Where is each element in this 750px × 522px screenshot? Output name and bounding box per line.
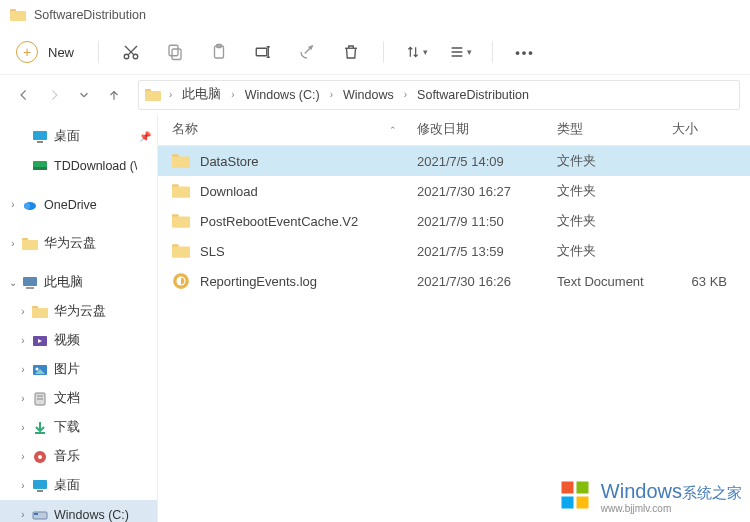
tree-item-documents[interactable]: › 文档 (0, 384, 157, 413)
tree-label: 下载 (54, 419, 80, 436)
up-button[interactable] (100, 81, 128, 109)
file-name: Download (200, 184, 417, 199)
folder-icon (172, 242, 190, 260)
tree-label: 桌面 (54, 477, 80, 494)
share-button[interactable] (289, 34, 325, 70)
expander-icon[interactable]: ⌄ (6, 276, 20, 290)
videos-icon (32, 333, 48, 349)
file-date: 2021/7/30 16:27 (417, 184, 557, 199)
svg-rect-44 (172, 247, 190, 258)
file-type: Text Document (557, 274, 672, 289)
tree-item-huawei-cloud[interactable]: › 华为云盘 (0, 297, 157, 326)
tree-item-tddownload[interactable]: TDDownload (\ (0, 151, 157, 180)
file-date: 2021/7/9 11:50 (417, 214, 557, 229)
file-name: PostRebootEventCache.V2 (200, 214, 417, 229)
file-type: 文件夹 (557, 182, 672, 200)
column-header-date[interactable]: 修改日期 (417, 121, 557, 138)
file-row[interactable]: Download 2021/7/30 16:27 文件夹 (158, 176, 750, 206)
tree-item-music[interactable]: › 音乐 (0, 442, 157, 471)
sort-button[interactable]: ▾ (398, 34, 434, 70)
file-row[interactable]: ReportingEvents.log 2021/7/30 16:26 Text… (158, 266, 750, 296)
expander-icon[interactable]: › (16, 305, 30, 319)
breadcrumb-item[interactable]: SoftwareDistribution (415, 86, 531, 104)
chevron-right-icon[interactable]: › (400, 89, 411, 100)
forward-button[interactable] (40, 81, 68, 109)
recent-dropdown[interactable] (70, 81, 98, 109)
back-button[interactable] (10, 81, 38, 109)
tree-label: 图片 (54, 361, 80, 378)
more-button[interactable]: ••• (507, 34, 543, 70)
toolbar: + New ▾ ▾ ••• (0, 30, 750, 74)
tree-item-huawei[interactable]: › 华为云盘 (0, 229, 157, 258)
paste-button[interactable] (201, 34, 237, 70)
svg-rect-47 (561, 482, 573, 494)
pictures-icon (32, 362, 48, 378)
expander-icon[interactable]: › (16, 421, 30, 435)
expander-icon[interactable]: › (16, 450, 30, 464)
svg-rect-20 (26, 287, 34, 289)
file-row[interactable]: PostRebootEventCache.V2 2021/7/9 11:50 文… (158, 206, 750, 236)
watermark-suffix: 系统之家 (682, 484, 742, 501)
svg-rect-10 (145, 91, 161, 101)
tree-item-desktop2[interactable]: › 桌面 (0, 471, 157, 500)
music-icon (32, 449, 48, 465)
new-button-label: New (48, 45, 74, 60)
expander-icon[interactable]: › (6, 237, 20, 251)
expander-icon[interactable]: › (16, 334, 30, 348)
expander-icon[interactable]: › (16, 392, 30, 406)
breadcrumb-item[interactable]: Windows (C:) (243, 86, 322, 104)
plus-icon: + (16, 41, 38, 63)
svg-rect-14 (33, 167, 47, 170)
delete-button[interactable] (333, 34, 369, 70)
breadcrumb-item[interactable]: Windows (341, 86, 396, 104)
chevron-right-icon[interactable]: › (165, 89, 176, 100)
main-area: 桌面 📌 TDDownload (\ › OneDrive › 华为云盘 (0, 114, 750, 522)
tree-item-videos[interactable]: › 视频 (0, 326, 157, 355)
svg-rect-49 (561, 497, 573, 509)
svg-rect-50 (576, 497, 588, 509)
file-row[interactable]: SLS 2021/7/5 13:59 文件夹 (158, 236, 750, 266)
tree-label: OneDrive (44, 198, 97, 212)
column-header-name[interactable]: 名称⌃ (172, 121, 417, 138)
title-bar: SoftwareDistribution (0, 0, 750, 30)
new-button[interactable]: + New (12, 37, 84, 67)
folder-icon (32, 304, 48, 320)
chevron-right-icon[interactable]: › (326, 89, 337, 100)
separator (98, 41, 99, 63)
drive-icon (32, 507, 48, 523)
watermark: Windows系统之家 www.bjjmlv.com (557, 477, 742, 516)
column-header-type[interactable]: 类型 (557, 121, 672, 138)
expander-icon[interactable]: › (16, 363, 30, 377)
tree-item-downloads[interactable]: › 下载 (0, 413, 157, 442)
chevron-down-icon: ▾ (423, 47, 428, 57)
expander-icon[interactable]: › (16, 479, 30, 493)
svg-rect-18 (22, 240, 38, 250)
chevron-right-icon[interactable]: › (227, 89, 238, 100)
watermark-url: www.bjjmlv.com (601, 503, 742, 514)
rename-button[interactable] (245, 34, 281, 70)
tree-item-thispc[interactable]: ⌄ 此电脑 (0, 268, 157, 297)
file-size: 63 KB (672, 274, 727, 289)
tree-item-windows-c[interactable]: › Windows (C:) (0, 500, 157, 522)
expander-icon[interactable]: › (16, 508, 30, 522)
svg-rect-40 (172, 187, 190, 198)
file-name: SLS (200, 244, 417, 259)
tree-label: Windows (C:) (54, 508, 129, 522)
view-button[interactable]: ▾ (442, 34, 478, 70)
svg-rect-33 (33, 480, 47, 489)
tree-item-pictures[interactable]: › 图片 (0, 355, 157, 384)
tree-item-desktop[interactable]: 桌面 📌 (0, 122, 157, 151)
copy-button[interactable] (157, 34, 193, 70)
svg-rect-48 (576, 482, 588, 494)
file-row[interactable]: DataStore 2021/7/5 14:09 文件夹 (158, 146, 750, 176)
expander-icon (6, 130, 20, 144)
tree-item-onedrive[interactable]: › OneDrive (0, 190, 157, 219)
column-header-size[interactable]: 大小 (672, 121, 727, 138)
window-title: SoftwareDistribution (34, 8, 146, 22)
address-bar[interactable]: › 此电脑 › Windows (C:) › Windows › Softwar… (138, 80, 740, 110)
svg-rect-34 (37, 490, 43, 492)
breadcrumb-item[interactable]: 此电脑 (180, 84, 223, 105)
file-date: 2021/7/5 14:09 (417, 154, 557, 169)
expander-icon[interactable]: › (6, 198, 20, 212)
cut-button[interactable] (113, 34, 149, 70)
